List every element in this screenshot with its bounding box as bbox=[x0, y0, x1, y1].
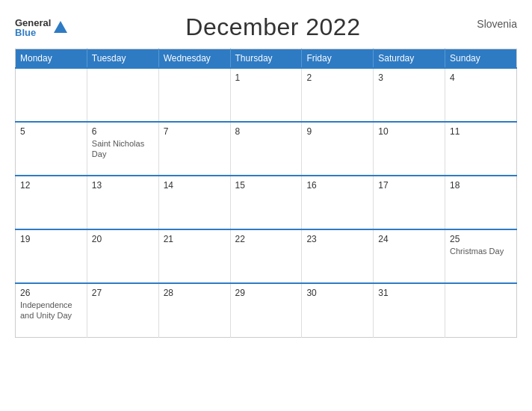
logo-icon bbox=[52, 19, 69, 36]
day-number: 7 bbox=[164, 126, 226, 137]
calendar-cell: 16 bbox=[302, 176, 374, 229]
calendar-cell: 30 bbox=[302, 283, 374, 337]
col-sunday: Sunday bbox=[445, 49, 517, 69]
calendar-cell: 15 bbox=[230, 176, 302, 229]
calendar-cell: 12 bbox=[16, 176, 87, 229]
col-thursday: Thursday bbox=[230, 49, 302, 69]
day-number: 14 bbox=[164, 180, 226, 191]
day-number: 9 bbox=[306, 126, 368, 137]
country-label: Slovenia bbox=[477, 18, 517, 30]
calendar-cell: 18 bbox=[445, 176, 517, 229]
day-number: 25 bbox=[450, 234, 512, 244]
day-number: 21 bbox=[164, 234, 226, 244]
col-saturday: Saturday bbox=[374, 49, 445, 69]
calendar-cell bbox=[158, 68, 230, 122]
day-number: 23 bbox=[306, 234, 368, 244]
calendar-cell: 26Independence and Unity Day bbox=[16, 283, 87, 337]
calendar-cell bbox=[445, 283, 517, 337]
day-number: 28 bbox=[164, 288, 226, 298]
calendar-cell: 3 bbox=[374, 68, 445, 122]
calendar-cell: 21 bbox=[158, 229, 230, 283]
day-number: 12 bbox=[20, 180, 82, 191]
calendar-cell: 6Saint Nicholas Day bbox=[87, 122, 158, 176]
calendar-week-3: 12131415161718 bbox=[16, 176, 517, 229]
calendar-cell: 2 bbox=[302, 68, 374, 122]
calendar-week-4: 19202122232425Christmas Day bbox=[16, 229, 517, 283]
day-number: 1 bbox=[235, 72, 297, 83]
day-number: 11 bbox=[450, 126, 512, 137]
calendar-cell: 17 bbox=[374, 176, 445, 229]
calendar-cell: 11 bbox=[445, 122, 517, 176]
day-number: 26 bbox=[20, 288, 82, 298]
day-number: 19 bbox=[20, 234, 82, 244]
calendar-cell: 8 bbox=[230, 122, 302, 176]
day-number: 29 bbox=[235, 288, 297, 298]
day-number: 17 bbox=[378, 180, 440, 191]
day-event: Saint Nicholas Day bbox=[92, 138, 154, 160]
day-number: 16 bbox=[306, 180, 368, 191]
col-friday: Friday bbox=[302, 49, 374, 69]
day-number: 4 bbox=[450, 72, 512, 83]
calendar-cell: 20 bbox=[87, 229, 158, 283]
day-number: 15 bbox=[235, 180, 297, 191]
header: General Blue December 2022 Slovenia bbox=[15, 13, 517, 41]
calendar-cell bbox=[87, 68, 158, 122]
calendar-cell: 10 bbox=[374, 122, 445, 176]
day-number: 5 bbox=[20, 126, 82, 137]
calendar-week-5: 26Independence and Unity Day2728293031 bbox=[16, 283, 517, 337]
day-number: 8 bbox=[235, 126, 297, 137]
day-number: 2 bbox=[306, 72, 368, 83]
day-number: 30 bbox=[306, 288, 368, 298]
calendar-cell: 25Christmas Day bbox=[445, 229, 517, 283]
calendar-page: General Blue December 2022 Slovenia Mond… bbox=[0, 0, 532, 411]
calendar-cell: 28 bbox=[158, 283, 230, 337]
day-number: 10 bbox=[378, 126, 440, 137]
logo-general-text: General bbox=[15, 18, 51, 28]
calendar-cell: 4 bbox=[445, 68, 517, 122]
col-tuesday: Tuesday bbox=[87, 49, 158, 69]
calendar-cell: 7 bbox=[158, 122, 230, 176]
col-monday: Monday bbox=[16, 49, 87, 69]
calendar-week-1: 1234 bbox=[16, 68, 517, 122]
day-event: Christmas Day bbox=[450, 246, 512, 256]
calendar-cell: 13 bbox=[87, 176, 158, 229]
calendar-cell: 1 bbox=[230, 68, 302, 122]
calendar-cell: 27 bbox=[87, 283, 158, 337]
calendar-week-2: 56Saint Nicholas Day7891011 bbox=[16, 122, 517, 176]
calendar-table: Monday Tuesday Wednesday Thursday Friday… bbox=[15, 49, 517, 338]
calendar-cell: 29 bbox=[230, 283, 302, 337]
calendar-cell: 23 bbox=[302, 229, 374, 283]
day-number: 27 bbox=[92, 288, 154, 298]
calendar-title: December 2022 bbox=[185, 13, 360, 41]
day-number: 31 bbox=[378, 288, 440, 298]
calendar-cell: 22 bbox=[230, 229, 302, 283]
logo-blue-text: Blue bbox=[15, 28, 51, 37]
calendar-cell: 19 bbox=[16, 229, 87, 283]
calendar-cell: 31 bbox=[374, 283, 445, 337]
calendar-cell: 14 bbox=[158, 176, 230, 229]
day-number: 24 bbox=[378, 234, 440, 244]
day-number: 3 bbox=[378, 72, 440, 83]
day-number: 22 bbox=[235, 234, 297, 244]
day-event: Independence and Unity Day bbox=[20, 300, 82, 321]
calendar-header-row: Monday Tuesday Wednesday Thursday Friday… bbox=[16, 49, 517, 69]
logo: General Blue bbox=[15, 18, 69, 37]
day-number: 20 bbox=[92, 234, 154, 244]
day-number: 18 bbox=[450, 180, 512, 191]
col-wednesday: Wednesday bbox=[158, 49, 230, 69]
svg-marker-0 bbox=[54, 21, 67, 33]
day-number: 13 bbox=[92, 180, 154, 191]
calendar-cell: 5 bbox=[16, 122, 87, 176]
calendar-cell: 24 bbox=[374, 229, 445, 283]
calendar-cell: 9 bbox=[302, 122, 374, 176]
day-number: 6 bbox=[92, 126, 154, 137]
calendar-cell bbox=[16, 68, 87, 122]
